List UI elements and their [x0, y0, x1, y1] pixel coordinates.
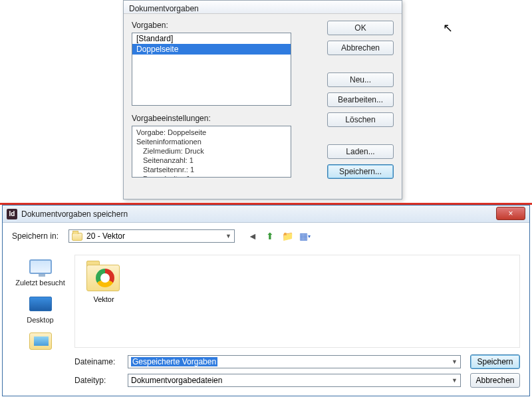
dialog-title: Dokumentvorgaben [124, 1, 402, 14]
up-icon[interactable]: ⬆ [264, 230, 276, 242]
app-icon: Id [7, 209, 17, 219]
filename-label: Dateiname: [74, 357, 128, 366]
cancel-file-button[interactable]: Abbrechen [470, 373, 520, 388]
folder-label: Vektor [80, 295, 127, 303]
save-button[interactable]: Speichern... [327, 164, 394, 179]
close-button[interactable]: × [496, 207, 525, 220]
edit-button[interactable]: Bearbeiten... [327, 92, 394, 107]
filetype-combo[interactable]: Dokumentvorgabedateien ▼ [128, 374, 461, 387]
save-in-value: 20 - Vektor [86, 231, 125, 241]
setting-line: Vorgabe: Doppelseite [136, 128, 287, 137]
presets-listbox[interactable]: [Standard] Doppelseite [132, 33, 291, 106]
libraries-icon [29, 332, 52, 350]
folder-item[interactable]: Vektor [80, 261, 127, 303]
document-presets-dialog: Dokumentvorgaben Vorgaben: [Standard] Do… [123, 0, 402, 200]
settings-textbox[interactable]: Vorgabe: Doppelseite Seiteninformationen… [132, 126, 291, 178]
place-desktop[interactable]: Desktop [12, 293, 68, 324]
back-icon[interactable]: ◄ [247, 230, 259, 242]
filename-combo[interactable]: Gespeicherte Vorgaben ▼ [128, 355, 461, 368]
cancel-button[interactable]: Abbrechen [327, 41, 394, 55]
setting-line: Startseitennr.: 1 [136, 165, 287, 174]
new-button[interactable]: Neu... [327, 72, 394, 87]
places-bar: Zuletzt besucht Desktop [12, 256, 68, 358]
toolbar: ◄ ⬆ 📁 ▦▾ [247, 230, 311, 242]
new-folder-icon[interactable]: 📁 [281, 230, 293, 242]
button-column: OK Abbrechen Neu... Bearbeiten... Lösche… [327, 21, 394, 184]
preset-item[interactable]: [Standard] [132, 33, 291, 44]
save-in-label: Speichern in: [12, 231, 68, 241]
save-dialog-title: Dokumentvorgaben speichern [21, 209, 128, 219]
delete-button[interactable]: Löschen [327, 112, 394, 127]
recent-icon [29, 259, 52, 274]
file-area[interactable]: Vektor [74, 255, 520, 348]
chevron-down-icon: ▼ [225, 233, 231, 239]
ok-button[interactable]: OK [327, 21, 394, 35]
place-label: Zuletzt besucht [12, 279, 68, 287]
desktop-icon [29, 297, 52, 311]
filetype-value: Dokumentvorgabedateien [131, 376, 222, 385]
filetype-label: Dateityp: [74, 376, 128, 385]
chevron-down-icon: ▼ [452, 358, 458, 365]
chevron-down-icon: ▼ [452, 377, 458, 384]
preset-item-selected[interactable]: Doppelseite [132, 44, 291, 55]
setting-line: Seitenanzahl: 1 [136, 156, 287, 165]
save-dialog-titlebar[interactable]: Id Dokumentvorgaben speichern × [3, 205, 529, 223]
folder-icon [84, 261, 124, 293]
setting-line: Seiteninformationen [136, 137, 287, 146]
save-dialog: Id Dokumentvorgaben speichern × Speicher… [2, 205, 530, 396]
chrome-icon [96, 269, 114, 287]
place-label: Desktop [12, 316, 68, 324]
setting-line: Zielmedium: Druck [136, 146, 287, 156]
place-libraries[interactable] [12, 331, 68, 352]
setting-line: Doppelseite: Ja [136, 174, 287, 178]
filename-value: Gespeicherte Vorgaben [131, 357, 217, 366]
view-menu-icon[interactable]: ▦▾ [299, 230, 311, 242]
load-button[interactable]: Laden... [327, 144, 394, 159]
folder-icon [72, 233, 82, 241]
save-in-combo[interactable]: 20 - Vektor ▼ [68, 229, 235, 243]
place-recent[interactable]: Zuletzt besucht [12, 256, 68, 287]
save-file-button[interactable]: Speichern [470, 354, 520, 369]
